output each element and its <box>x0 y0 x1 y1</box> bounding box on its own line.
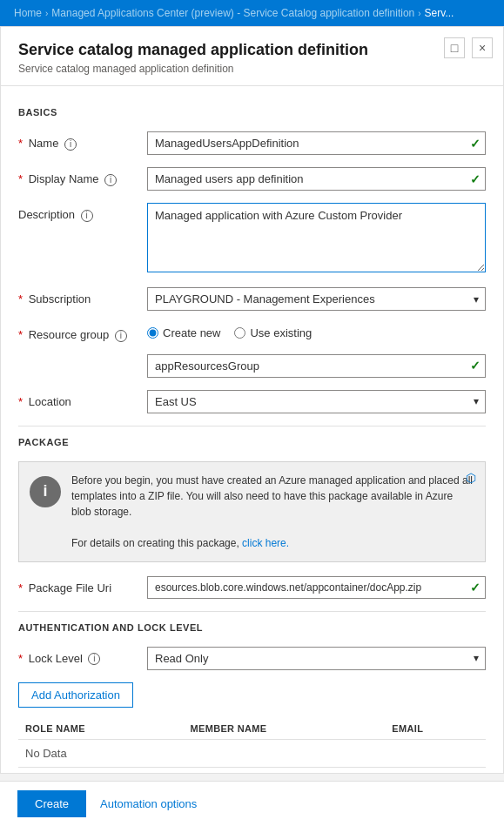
package-uri-control: ✓ <box>147 576 486 599</box>
automation-options-button[interactable]: Automation options <box>100 797 197 810</box>
col-member-name: MEMBER NAME <box>183 718 385 740</box>
display-name-row: * Display Name i ✓ <box>18 167 486 191</box>
package-uri-input[interactable] <box>147 576 486 599</box>
display-name-info-icon[interactable]: i <box>104 174 117 186</box>
panel-subtitle: Service catalog managed application defi… <box>18 63 486 75</box>
description-info-icon[interactable]: i <box>81 210 93 222</box>
info-box: i Before you begin, you must have create… <box>18 461 486 562</box>
lock-level-info-icon[interactable]: i <box>88 653 100 665</box>
resource-group-label: * Resource group i <box>18 323 140 342</box>
breadcrumb-sep-2: › <box>418 9 420 18</box>
form-content: BASICS * Name i ✓ * Display Name i <box>1 86 503 774</box>
resource-group-info-icon[interactable]: i <box>115 330 127 342</box>
info-text-1: Before you begin, you must have created … <box>71 474 473 518</box>
external-link-icon[interactable]: ⬡ <box>466 471 476 485</box>
description-input[interactable]: Managed application with Azure Custom Pr… <box>147 203 486 272</box>
authorization-table: ROLE NAME MEMBER NAME EMAIL No Data <box>18 718 486 768</box>
name-input[interactable] <box>147 131 486 155</box>
subscription-required: * <box>18 292 23 306</box>
resource-group-name-input-wrapper: ✓ <box>147 354 486 378</box>
footer: Create Automation options <box>0 781 504 826</box>
create-new-radio-label[interactable]: Create new <box>147 326 220 339</box>
info-box-text: Before you begin, you must have created … <box>71 473 474 551</box>
name-required: * <box>18 137 23 150</box>
package-uri-input-wrapper: ✓ <box>147 576 486 599</box>
create-button[interactable]: Create <box>17 790 86 817</box>
resource-group-check-icon: ✓ <box>470 359 480 373</box>
description-label: Description i <box>18 203 140 222</box>
auth-heading: AUTHENTICATION AND LOCK LEVEL <box>18 622 486 633</box>
lock-level-control: Read Only CanNotDelete None ▾ <box>147 647 486 670</box>
subscription-select-wrapper: PLAYGROUND - Management Experiences ▾ <box>147 287 486 311</box>
package-heading: PACKAGE <box>18 437 486 447</box>
lock-level-required: * <box>18 652 23 665</box>
lock-level-select[interactable]: Read Only CanNotDelete None <box>147 647 486 670</box>
col-email: EMAIL <box>385 718 486 740</box>
name-info-icon[interactable]: i <box>64 138 77 151</box>
resource-group-name-label <box>18 354 140 359</box>
auth-table-body: No Data <box>18 739 486 767</box>
location-control: East US ▾ <box>147 390 486 413</box>
resource-group-name-row: ✓ <box>18 354 486 378</box>
breadcrumb: Home › Managed Applications Center (prev… <box>0 0 504 26</box>
use-existing-radio[interactable] <box>234 327 245 339</box>
click-here-link[interactable]: click here. <box>242 537 289 549</box>
resource-group-row: * Resource group i Create new Use existi… <box>18 323 486 342</box>
location-select[interactable]: East US <box>147 390 486 413</box>
display-name-required: * <box>18 172 23 185</box>
no-data-cell: No Data <box>18 739 486 767</box>
panel-controls: □ × <box>444 37 493 58</box>
use-existing-label: Use existing <box>250 326 312 339</box>
location-label: * Location <box>18 390 140 408</box>
breadcrumb-sep-1: › <box>45 9 48 18</box>
resource-group-name-control: ✓ <box>147 354 486 378</box>
location-row: * Location East US ▾ <box>18 390 486 413</box>
lock-level-row: * Lock Level i Read Only CanNotDelete No… <box>18 647 486 670</box>
display-name-control: ✓ <box>147 167 486 191</box>
panel-title: Service catalog managed application defi… <box>18 41 486 59</box>
subscription-label: * Subscription <box>18 287 140 306</box>
location-required: * <box>18 395 23 408</box>
lock-level-select-wrapper: Read Only CanNotDelete None ▾ <box>147 647 486 670</box>
location-select-wrapper: East US ▾ <box>147 390 486 413</box>
close-button[interactable]: × <box>472 37 493 58</box>
breadcrumb-managed-apps[interactable]: Managed Applications Center (preview) - … <box>51 7 414 19</box>
description-control: Managed application with Azure Custom Pr… <box>147 203 486 275</box>
resource-group-radio-group: Create new Use existing <box>147 323 486 339</box>
subscription-select[interactable]: PLAYGROUND - Management Experiences <box>147 287 486 311</box>
name-row: * Name i ✓ <box>18 131 486 155</box>
display-name-label: * Display Name i <box>18 167 140 186</box>
basics-heading: BASICS <box>18 107 486 118</box>
auth-table-no-data-row: No Data <box>18 739 486 767</box>
display-name-input[interactable] <box>147 167 486 191</box>
resource-group-control: Create new Use existing <box>147 323 486 339</box>
use-existing-radio-label[interactable]: Use existing <box>234 326 312 339</box>
resource-group-name-input[interactable] <box>147 354 486 378</box>
add-auth-container: Add Authorization <box>18 682 486 708</box>
display-name-check-icon: ✓ <box>470 172 480 186</box>
breadcrumb-current: Serv... <box>425 7 454 19</box>
breadcrumb-home[interactable]: Home <box>14 7 42 19</box>
name-input-wrapper: ✓ <box>147 131 486 155</box>
subscription-row: * Subscription PLAYGROUND - Management E… <box>18 287 486 311</box>
package-uri-row: * Package File Uri ✓ <box>18 576 486 599</box>
lock-level-label: * Lock Level i <box>18 647 140 666</box>
add-authorization-button[interactable]: Add Authorization <box>18 682 133 708</box>
resource-group-required: * <box>18 328 23 341</box>
basics-divider <box>18 426 486 426</box>
col-role-name: ROLE NAME <box>18 718 183 740</box>
name-check-icon: ✓ <box>470 137 480 151</box>
auth-table-header-row: ROLE NAME MEMBER NAME EMAIL <box>18 718 486 740</box>
package-divider <box>18 611 486 612</box>
package-uri-label: * Package File Uri <box>18 576 140 594</box>
display-name-input-wrapper: ✓ <box>147 167 486 191</box>
main-panel: □ × Service catalog managed application … <box>0 26 504 774</box>
create-new-radio[interactable] <box>147 327 158 339</box>
panel-header: □ × Service catalog managed application … <box>1 27 503 86</box>
auth-table-head: ROLE NAME MEMBER NAME EMAIL <box>18 718 486 740</box>
package-uri-required: * <box>18 581 23 594</box>
info-text-2-prefix: For details on creating this package, <box>71 537 242 549</box>
name-control: ✓ <box>147 131 486 155</box>
minimize-button[interactable]: □ <box>444 37 465 58</box>
description-row: Description i Managed application with A… <box>18 203 486 275</box>
